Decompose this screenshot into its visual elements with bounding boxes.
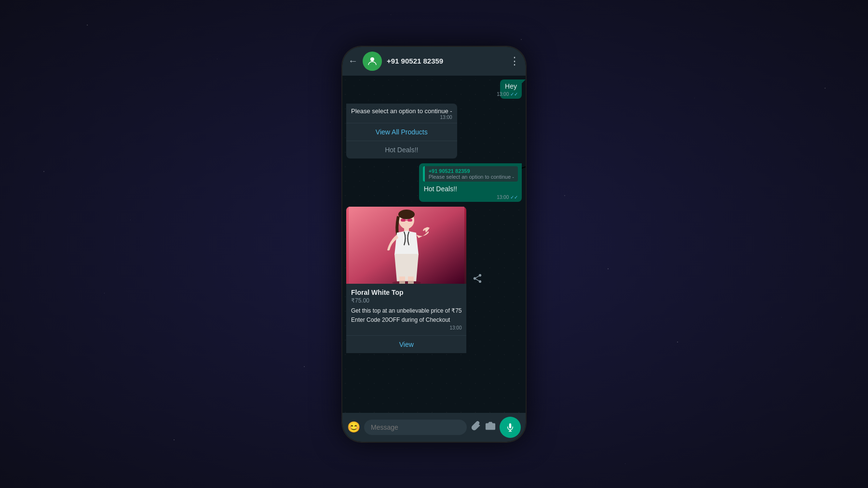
back-button[interactable]: ←: [348, 55, 358, 66]
bubble-sent-hey: Hey 13:00 ✓✓: [500, 79, 522, 99]
phone-device: ← +91 90521 82359 ⋮ Hey: [342, 47, 526, 442]
whatsapp-screen: ← +91 90521 82359 ⋮ Hey: [342, 47, 526, 442]
product-promo-code: Enter Code 20OFF during of Checkout: [351, 317, 461, 323]
product-card: Floral White Top ₹75.00 Get this top at …: [346, 207, 466, 336]
product-image-svg: [349, 207, 464, 284]
timestamp-reply: 13:00 ✓✓: [497, 195, 518, 200]
svg-point-7: [398, 210, 415, 219]
chat-header: ← +91 90521 82359 ⋮: [342, 47, 526, 76]
svg-rect-5: [407, 219, 412, 222]
read-ticks-hey: ✓✓: [510, 92, 518, 97]
product-timestamp: 13:00: [351, 325, 461, 330]
read-ticks-reply: ✓✓: [510, 195, 518, 200]
message-row-options: Please select an option to continue - 13…: [346, 104, 522, 158]
product-price: ₹75.00: [351, 297, 461, 304]
input-bar: 😊: [342, 413, 526, 442]
bubble-options: Please select an option to continue - 13…: [346, 104, 457, 158]
svg-point-12: [488, 424, 492, 428]
message-row-hey: Hey 13:00 ✓✓: [346, 79, 522, 99]
right-panel: [526, 47, 863, 442]
svg-point-0: [370, 57, 374, 61]
reply-main-text: Hot Deals!!: [424, 185, 457, 193]
hot-deals-button[interactable]: Hot Deals!!: [346, 141, 457, 158]
svg-rect-4: [401, 219, 406, 222]
avatar: [363, 52, 382, 71]
product-description: Get this top at an unbelievable price of…: [351, 307, 461, 315]
bubble-text-options: Please select an option to continue - 13…: [346, 104, 457, 123]
menu-button[interactable]: ⋮: [509, 55, 520, 67]
emoji-button[interactable]: 😊: [347, 421, 360, 434]
view-product-button[interactable]: View: [346, 335, 466, 353]
view-all-products-button[interactable]: View All Products: [346, 123, 457, 141]
share-icon[interactable]: [472, 273, 483, 287]
msg-text-hey: Hey: [505, 82, 517, 90]
quoted-text: Please select an option to continue -: [429, 174, 514, 180]
voice-mic-button[interactable]: [500, 417, 521, 438]
timestamp-hey: 13:00 ✓✓: [497, 92, 518, 97]
chat-area[interactable]: Hey 13:00 ✓✓ Please select an option to …: [342, 76, 526, 413]
message-row-hotdeals-reply: +91 90521 82359 Please select an option …: [346, 163, 522, 202]
contact-name: +91 90521 82359: [387, 57, 504, 65]
options-text: Please select an option to continue -: [351, 107, 452, 115]
product-title: Floral White Top: [351, 289, 461, 296]
page-container: ← +91 90521 82359 ⋮ Hey: [5, 47, 863, 442]
left-panel: [5, 47, 342, 442]
header-info: +91 90521 82359: [387, 57, 504, 65]
camera-button[interactable]: [485, 421, 496, 434]
timestamp-options: 13:00: [351, 115, 452, 121]
product-image: [346, 207, 466, 284]
quoted-block: +91 90521 82359 Please select an option …: [423, 166, 518, 182]
message-row-product: Floral White Top ₹75.00 Get this top at …: [346, 207, 522, 354]
quoted-sender: +91 90521 82359: [429, 168, 514, 174]
product-info: Floral White Top ₹75.00 Get this top at …: [346, 284, 466, 336]
message-input[interactable]: [364, 420, 467, 435]
attach-button[interactable]: [471, 421, 481, 434]
